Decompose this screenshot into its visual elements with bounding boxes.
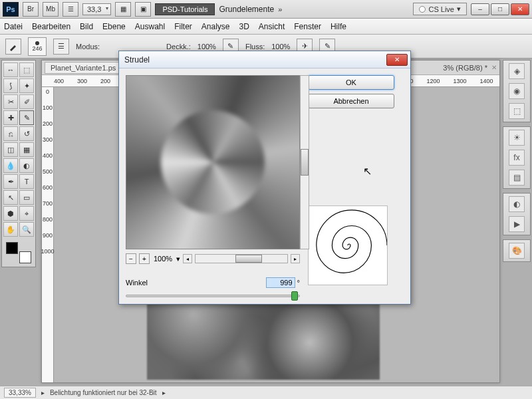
app-titlebar: Ps Br Mb ☰ 33,3 ▦ ▣ PSD-Tutorials Grunde… bbox=[0, 0, 532, 19]
menu-bar: Datei Bearbeiten Bild Ebene Auswahl Filt… bbox=[0, 19, 532, 35]
history-panel-icon[interactable]: ◐ bbox=[509, 196, 525, 212]
document-tab[interactable]: Planet_Variante1.ps bbox=[45, 62, 122, 74]
history-brush-tool[interactable]: ↺ bbox=[19, 126, 34, 141]
marquee-tool[interactable]: ⬚ bbox=[19, 63, 34, 77]
slider-thumb[interactable] bbox=[291, 291, 298, 301]
healing-tool[interactable]: ✚ bbox=[3, 110, 18, 125]
filter-dialog: Strudel ✕ − + 100% ▾ ◂ bbox=[118, 51, 411, 305]
quickselect-tool[interactable]: ✦ bbox=[19, 78, 34, 93]
preview-zoom-in-button[interactable]: + bbox=[139, 253, 150, 264]
preview-zoom-out-button[interactable]: − bbox=[126, 253, 136, 264]
status-bar: 33,33% ▸ Belichtung funktioniert nur bei… bbox=[0, 386, 532, 399]
preview-zoom-toolbar: − + 100% ▾ ◂ ▸ bbox=[126, 253, 300, 264]
window-restore-button[interactable]: □ bbox=[491, 3, 509, 15]
cancel-button[interactable]: Abbrechen bbox=[308, 94, 394, 108]
type-tool[interactable]: T bbox=[19, 174, 34, 189]
swirl-preview-graphic-inner bbox=[161, 110, 265, 214]
document-tab-info: 3% (RGB/8) * bbox=[443, 64, 487, 72]
scrollbar-thumb[interactable] bbox=[235, 255, 262, 263]
preview-zoom-value[interactable]: 100% bbox=[152, 255, 174, 263]
workspace-tag[interactable]: PSD-Tutorials bbox=[155, 3, 215, 15]
status-zoom[interactable]: 33,33% bbox=[4, 388, 36, 398]
pen-tool[interactable]: ✒ bbox=[3, 174, 18, 189]
menu-bearbeiten[interactable]: Bearbeiten bbox=[32, 22, 70, 31]
menu-filter[interactable]: Filter bbox=[174, 22, 192, 31]
status-more-icon[interactable]: ▸ bbox=[162, 389, 166, 396]
blur-tool[interactable]: 💧 bbox=[3, 158, 18, 173]
workspace-name[interactable]: Grundelemente bbox=[219, 5, 274, 14]
cs-live-button[interactable]: CS Live ▾ bbox=[413, 3, 467, 15]
more-chevron-icon[interactable]: » bbox=[278, 5, 282, 13]
eraser-tool[interactable]: ◫ bbox=[3, 142, 18, 157]
chevron-down-icon[interactable]: ▾ bbox=[176, 255, 180, 263]
paths-panel-icon[interactable]: ⬚ bbox=[509, 103, 525, 119]
scrollbar-thumb[interactable] bbox=[301, 149, 309, 176]
window-minimize-button[interactable]: – bbox=[471, 3, 489, 15]
brush-tool[interactable]: ✎ bbox=[19, 110, 34, 125]
angle-slider[interactable] bbox=[126, 295, 300, 297]
eyedropper-tool[interactable]: ✐ bbox=[19, 94, 34, 109]
document-tab-label: Planet_Variante1.ps bbox=[51, 64, 116, 72]
screen-mode-button[interactable]: ▣ bbox=[135, 2, 151, 17]
arrange-documents-button[interactable]: ▦ bbox=[115, 2, 131, 17]
menu-analyse[interactable]: Analyse bbox=[201, 22, 230, 31]
flow-value[interactable]: 100% bbox=[271, 43, 290, 51]
preview-scrollbar-vertical[interactable] bbox=[300, 75, 309, 249]
masks-panel-icon[interactable]: ▤ bbox=[509, 170, 525, 186]
bridge-launch-button[interactable]: Br bbox=[23, 2, 39, 17]
angle-input[interactable] bbox=[266, 277, 295, 288]
layers-panel-icon[interactable]: ◈ bbox=[509, 63, 525, 79]
view-extras-button[interactable]: ☰ bbox=[63, 2, 78, 17]
status-play-icon[interactable]: ▸ bbox=[41, 389, 45, 396]
menu-3d[interactable]: 3D bbox=[239, 22, 249, 31]
crop-tool[interactable]: ✂ bbox=[3, 94, 18, 109]
actions-panel-icon[interactable]: ▶ bbox=[509, 216, 525, 232]
minibridge-launch-button[interactable]: Mb bbox=[43, 2, 59, 17]
flow-label: Fluss: bbox=[245, 43, 265, 51]
dialog-close-button[interactable]: ✕ bbox=[386, 54, 408, 66]
brush-tool-icon[interactable] bbox=[5, 39, 21, 55]
3d-tool[interactable]: ⬢ bbox=[3, 206, 18, 221]
shape-tool[interactable]: ▭ bbox=[19, 190, 34, 205]
hand-tool[interactable]: ✋ bbox=[3, 222, 18, 237]
color-panel-icon[interactable]: 🎨 bbox=[509, 243, 525, 259]
foreground-color-swatch[interactable] bbox=[6, 242, 18, 254]
dodge-tool[interactable]: ◐ bbox=[19, 158, 34, 173]
preview-scroll-right-button[interactable]: ▸ bbox=[291, 254, 300, 263]
gradient-tool[interactable]: ▦ bbox=[19, 142, 34, 157]
zoom-level-dropdown[interactable]: 33,3 bbox=[82, 3, 111, 15]
brush-preset-picker[interactable]: 246 bbox=[28, 37, 47, 56]
document-tab-close-icon[interactable]: ✕ bbox=[491, 64, 497, 71]
ok-button[interactable]: OK bbox=[308, 75, 394, 90]
angle-param-label: Winkel bbox=[126, 279, 148, 287]
zoom-tool[interactable]: 🔍 bbox=[19, 222, 34, 237]
path-select-tool[interactable]: ↖ bbox=[3, 190, 18, 205]
menu-ebene[interactable]: Ebene bbox=[102, 22, 126, 31]
window-close-button[interactable]: ✕ bbox=[511, 3, 529, 15]
channels-panel-icon[interactable]: ◉ bbox=[509, 83, 525, 99]
tools-panel: ↔ ⬚ ⟆ ✦ ✂ ✐ ✚ ✎ ⎌ ↺ ◫ ▦ 💧 ◐ ✒ T ↖ ▭ ⬢ ⌖ … bbox=[1, 60, 36, 267]
menu-hilfe[interactable]: Hilfe bbox=[331, 22, 346, 31]
dialog-titlebar[interactable]: Strudel ✕ bbox=[119, 51, 410, 68]
3d-camera-tool[interactable]: ⌖ bbox=[19, 206, 34, 221]
color-swatches[interactable] bbox=[3, 241, 34, 265]
menu-datei[interactable]: Datei bbox=[4, 22, 23, 31]
move-tool[interactable]: ↔ bbox=[3, 63, 18, 77]
background-color-swatch[interactable] bbox=[19, 251, 31, 263]
menu-auswahl[interactable]: Auswahl bbox=[135, 22, 165, 31]
styles-panel-icon[interactable]: fx bbox=[509, 150, 525, 166]
adjustments-panel-icon[interactable]: ☀ bbox=[509, 130, 525, 146]
brush-panel-toggle[interactable]: ☰ bbox=[53, 39, 69, 55]
opacity-value[interactable]: 100% bbox=[198, 43, 216, 51]
filter-preview[interactable] bbox=[126, 75, 300, 249]
preview-scroll-left-button[interactable]: ◂ bbox=[183, 254, 192, 263]
menu-fenster[interactable]: Fenster bbox=[294, 22, 321, 31]
chevron-down-icon: ▾ bbox=[457, 5, 461, 13]
cs-live-label: CS Live bbox=[428, 5, 454, 13]
stamp-tool[interactable]: ⎌ bbox=[3, 126, 18, 141]
preview-scrollbar-horizontal[interactable] bbox=[195, 254, 288, 263]
menu-bild[interactable]: Bild bbox=[80, 22, 93, 31]
lasso-tool[interactable]: ⟆ bbox=[3, 78, 18, 93]
angle-unit: ° bbox=[297, 279, 300, 287]
menu-ansicht[interactable]: Ansicht bbox=[259, 22, 285, 31]
